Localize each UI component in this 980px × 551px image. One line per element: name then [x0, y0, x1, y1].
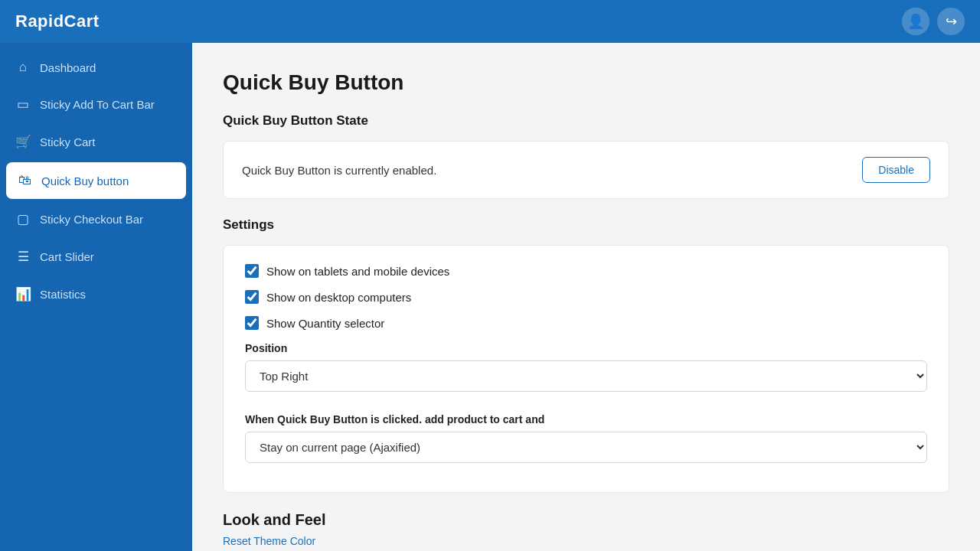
sidebar-item-quick-buy-button[interactable]: 🛍 Quick Buy button: [6, 162, 186, 199]
checkbox-tablets-mobile[interactable]: Show on tablets and mobile devices: [245, 264, 927, 278]
checkbox-desktop-label: Show on desktop computers: [266, 291, 411, 304]
logout-icon: ↪: [946, 13, 957, 30]
look-and-feel-section: Look and Feel Reset Theme Color: [223, 511, 949, 547]
checkbox-desktop[interactable]: Show on desktop computers: [245, 290, 927, 304]
sticky-add-to-cart-bar-icon: ▭: [15, 96, 31, 112]
sidebar-label-cart-slider: Cart Slider: [40, 250, 94, 263]
sidebar-label-statistics: Statistics: [40, 288, 86, 301]
click-behavior-select[interactable]: Stay on current page (Ajaxified) Go to c…: [245, 432, 927, 463]
state-section-title: Quick Buy Button State: [223, 113, 949, 129]
sidebar-label-sticky-checkout-bar: Sticky Checkout Bar: [40, 213, 143, 226]
sidebar-label-sticky-add-to-cart-bar: Sticky Add To Cart Bar: [40, 98, 155, 111]
position-select[interactable]: Top Right Top Left Bottom Right Bottom L…: [245, 360, 927, 392]
sidebar-item-cart-slider[interactable]: ☰ Cart Slider: [0, 238, 192, 276]
user-profile-button[interactable]: 👤: [902, 8, 929, 35]
cart-slider-icon: ☰: [15, 249, 31, 265]
logout-button[interactable]: ↪: [937, 8, 965, 35]
click-behavior-label: When Quick Buy Button is clicked. add pr…: [245, 413, 927, 425]
state-status-text: Quick Buy Button is currently enabled.: [242, 164, 436, 177]
state-section-header: Quick Buy Button State: [223, 113, 949, 129]
sidebar-item-sticky-checkout-bar[interactable]: ▢ Sticky Checkout Bar: [0, 201, 192, 238]
sidebar-item-sticky-cart[interactable]: 🛒 Sticky Cart: [0, 123, 192, 161]
state-card: Quick Buy Button is currently enabled. D…: [223, 141, 949, 199]
look-and-feel-title: Look and Feel: [223, 511, 949, 529]
position-label: Position: [245, 342, 927, 354]
settings-card: Show on tablets and mobile devices Show …: [223, 245, 949, 493]
page-title: Quick Buy Button: [223, 70, 949, 95]
checkbox-quantity-label: Show Quantity selector: [266, 317, 384, 330]
checkbox-quantity[interactable]: Show Quantity selector: [245, 316, 927, 330]
settings-section-header: Settings: [223, 217, 949, 233]
main-content: Quick Buy Button Quick Buy Button State …: [192, 43, 980, 551]
sticky-cart-icon: 🛒: [15, 134, 31, 150]
reset-theme-color-link[interactable]: Reset Theme Color: [223, 535, 949, 547]
sidebar-item-statistics[interactable]: 📊 Statistics: [0, 276, 192, 313]
settings-section-title: Settings: [223, 217, 949, 233]
app-logo: RapidCart: [15, 11, 100, 31]
sidebar: ⌂ Dashboard ▭ Sticky Add To Cart Bar 🛒 S…: [0, 43, 192, 551]
checkbox-tablets-mobile-input[interactable]: [245, 264, 259, 278]
disable-button[interactable]: Disable: [862, 157, 930, 183]
sidebar-item-dashboard[interactable]: ⌂ Dashboard: [0, 49, 192, 86]
header-actions: 👤 ↪: [902, 8, 965, 35]
statistics-icon: 📊: [15, 286, 31, 302]
dashboard-icon: ⌂: [15, 60, 31, 75]
app-header: RapidCart 👤 ↪: [0, 0, 980, 43]
checkbox-quantity-input[interactable]: [245, 316, 259, 330]
sticky-checkout-bar-icon: ▢: [15, 211, 31, 227]
checkbox-desktop-input[interactable]: [245, 290, 259, 304]
checkbox-tablets-mobile-label: Show on tablets and mobile devices: [266, 265, 449, 278]
sidebar-label-quick-buy-button: Quick Buy button: [41, 174, 129, 187]
user-icon: 👤: [907, 13, 924, 30]
sidebar-item-sticky-add-to-cart-bar[interactable]: ▭ Sticky Add To Cart Bar: [0, 86, 192, 123]
quick-buy-button-icon: 🛍: [17, 173, 32, 188]
main-layout: ⌂ Dashboard ▭ Sticky Add To Cart Bar 🛒 S…: [0, 43, 980, 551]
sidebar-label-dashboard: Dashboard: [40, 61, 96, 74]
position-field-group: Position Top Right Top Left Bottom Right…: [245, 342, 927, 474]
sidebar-label-sticky-cart: Sticky Cart: [40, 135, 96, 148]
